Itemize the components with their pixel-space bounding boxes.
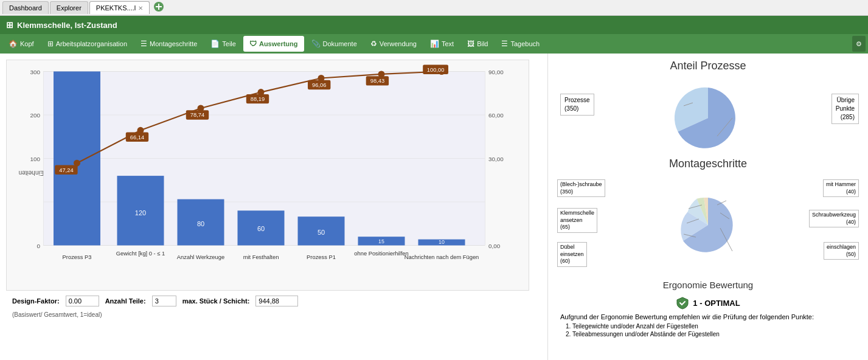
dp-label-6: 100,00 <box>427 67 445 73</box>
bar-label-p1: 50 <box>318 229 325 236</box>
bar-label-nachrichten: 10 <box>439 239 445 245</box>
x-label-1: Gewicht [kg] 0 - ≤ 1 <box>116 251 165 257</box>
ergonomie-description: Aufgrund der Ergonomie Bewertung empfehl… <box>554 313 862 338</box>
prozesse-title: Anteil Prozesse <box>554 60 862 72</box>
title-bar: ⊞ Klemmschelle, Ist-Zustand <box>0 16 868 34</box>
nav-tagebuch[interactable]: ☰ Tagebuch <box>495 36 546 52</box>
nav-verwendung[interactable]: ♻ Verwendung <box>364 36 423 52</box>
nav-arbeitsplatz[interactable]: ⊞ Arbeitsplatzorganisation <box>41 36 133 52</box>
right-panel: Anteil Prozesse Prozesse(350) ÜbrigePunk… <box>547 54 868 360</box>
nav-label: Dokumente <box>323 40 357 47</box>
max-stueck-label: max. Stück / Schicht: <box>182 297 250 305</box>
svg-text:0,00: 0,00 <box>488 243 501 249</box>
svg-text:200: 200 <box>30 112 40 119</box>
design-faktor-input[interactable] <box>66 296 99 306</box>
nav-label: Auswertung <box>259 40 298 47</box>
book-icon: ☰ <box>501 40 508 48</box>
montage-pie <box>665 179 751 271</box>
nav-label: Teile <box>222 40 236 47</box>
settings-button[interactable]: ⚙ <box>852 36 866 52</box>
svg-text:30,00: 30,00 <box>488 156 504 162</box>
list-icon: ☰ <box>141 40 147 48</box>
anzahl-teile-label: Anzahl Teile: <box>105 297 146 305</box>
dp-label-5: 98,43 <box>370 78 384 84</box>
close-icon[interactable]: ✕ <box>138 5 143 12</box>
dp-label-0: 47,24 <box>59 167 73 173</box>
montage-label-hammer: mit Hammer(40) <box>823 179 859 197</box>
chart-area: ProKon-Einheiten 300 200 100 0 90,00 60,… <box>0 54 547 360</box>
bar-label-positionier: 15 <box>378 238 384 244</box>
max-stueck-input[interactable] <box>255 296 298 306</box>
add-tab-button[interactable] <box>151 1 167 15</box>
svg-text:300: 300 <box>30 69 40 75</box>
nav-dokumente[interactable]: 📎 Dokumente <box>305 36 363 52</box>
dp-label-3: 88,19 <box>251 96 265 102</box>
prozesse-label-right: ÜbrigePunkte(285) <box>832 94 859 124</box>
image-icon: 🖼 <box>467 40 474 48</box>
ergonomie-title: Ergonomie Bewertung <box>554 280 862 290</box>
nav-label: Bild <box>477 40 488 47</box>
montage-label-einschl: einschlagen(50) <box>824 242 859 260</box>
list-item: Teileabmessungen und/oder Abstände der F… <box>572 331 856 338</box>
x-label-6: Nachrichten nach dem Fügen <box>404 254 479 260</box>
dp-label-4: 96,06 <box>312 82 326 88</box>
nav-teile[interactable]: 📄 Teile <box>204 36 242 52</box>
prozesse-label-left: Prozesse(350) <box>560 94 594 116</box>
clip-icon: 📎 <box>311 40 321 48</box>
montage-label-klemm: Klemmschelleansetzen(65) <box>557 208 597 233</box>
chart-icon: 📊 <box>430 40 439 48</box>
tab-label: Dashboard <box>9 4 42 12</box>
main-chart-svg: 300 200 100 0 90,00 60,00 30,00 0,00 120… <box>7 60 529 290</box>
svg-text:90,00: 90,00 <box>488 69 504 75</box>
svg-text:60,00: 60,00 <box>488 112 504 119</box>
plus-icon <box>153 1 164 12</box>
tab-dashboard[interactable]: Dashboard <box>2 1 49 14</box>
ergonomie-section: Ergonomie Bewertung 1 - OPTIMAL Aufgrund… <box>554 280 862 338</box>
tab-bar: Dashboard Explorer PKEKTKS....l ✕ <box>0 0 868 16</box>
montage-section: (Blech-)schraube(350) Klemmschelleansetz… <box>554 176 862 274</box>
main-content: ProKon-Einheiten 300 200 100 0 90,00 60,… <box>0 54 868 360</box>
tab-pkektks[interactable]: PKEKTKS....l ✕ <box>89 1 150 14</box>
bottom-info: Design-Faktor: Anzahl Teile: max. Stück … <box>6 291 541 311</box>
nav-auswertung[interactable]: 🛡 Auswertung <box>243 36 304 52</box>
prozesse-section: Prozesse(350) ÜbrigePunkte(285) <box>554 78 862 158</box>
nav-label: Tagebuch <box>510 40 540 47</box>
nav-bild[interactable]: 🖼 Bild <box>461 36 494 52</box>
nav-montage[interactable]: ☰ Montageschritte <box>134 36 203 52</box>
anzahl-teile-input[interactable] <box>152 296 176 306</box>
document-icon: 📄 <box>210 40 220 48</box>
ergonomie-badge: 1 - OPTIMAL <box>554 296 862 310</box>
bar-label-werkzeuge: 80 <box>197 220 204 227</box>
bar-prozess-p3 <box>54 72 100 246</box>
page-title: Klemmschelle, Ist-Zustand <box>17 21 117 30</box>
nav-label: Verwendung <box>380 40 417 47</box>
recycle-icon: ♻ <box>370 40 377 48</box>
nav-label: Montageschritte <box>150 40 197 47</box>
montage-label-schraub: Schraubwerkzeug(40) <box>809 210 859 227</box>
dp-label-1: 66,14 <box>130 134 144 140</box>
nav-text[interactable]: 📊 Text <box>424 36 460 52</box>
shield-green-icon <box>676 296 689 310</box>
montage-title: Montageschritte <box>554 158 862 170</box>
x-label-4: Prozess P1 <box>307 254 336 260</box>
svg-text:0: 0 <box>36 243 40 249</box>
settings-icon: ⚙ <box>856 40 862 48</box>
x-label-5: ohne Positionierhilfen <box>354 251 408 257</box>
title-icon: ⊞ <box>6 20 13 30</box>
home-icon: 🏠 <box>9 40 18 48</box>
svg-text:100: 100 <box>30 156 40 162</box>
ergonomie-list: Teilegewichte und/oder Anzahl der Fügest… <box>560 323 856 338</box>
grid-icon: ⊞ <box>47 40 54 48</box>
dp-label-2: 78,74 <box>190 112 204 118</box>
nav-bar: 🏠 Kopf ⊞ Arbeitsplatzorganisation ☰ Mont… <box>0 34 868 54</box>
basiswert-label: (Basiswert/ Gesamtwert, 1=ideal) <box>6 311 541 318</box>
bar-chart-container: ProKon-Einheiten 300 200 100 0 90,00 60,… <box>6 60 529 291</box>
prozesse-pie <box>668 81 748 154</box>
nav-label: Arbeitsplatzorganisation <box>56 40 127 47</box>
nav-kopf[interactable]: 🏠 Kopf <box>2 36 40 52</box>
design-faktor-label: Design-Faktor: <box>12 297 60 305</box>
bar-label-festhalten: 60 <box>257 225 265 232</box>
tab-explorer[interactable]: Explorer <box>50 1 88 14</box>
montage-label-dubel: Dübeleinsetzen(60) <box>557 242 587 267</box>
x-label-3: mit Festhalten <box>243 254 279 260</box>
